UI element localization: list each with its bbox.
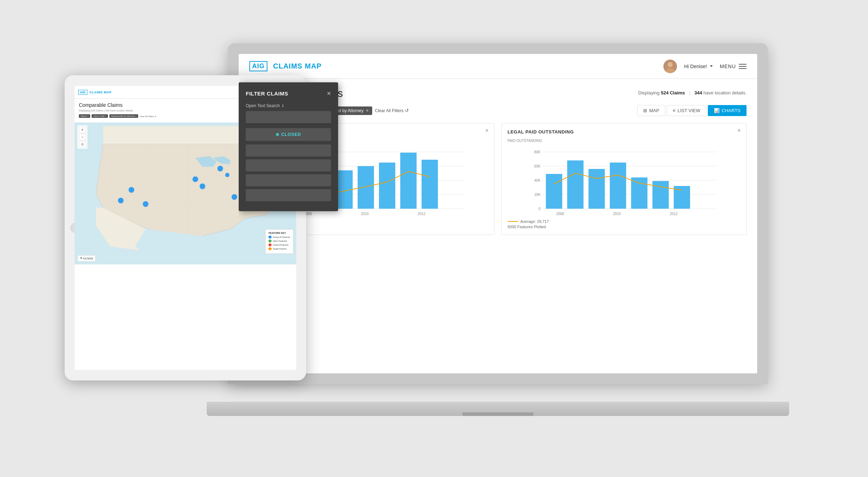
svg-point-54: [217, 166, 223, 171]
avg-line-indicator-2: [508, 221, 518, 222]
display-info: Displaying 524 Claims | 344 have locatio…: [638, 90, 747, 95]
tablet-claims-map-title: CLAIMS MAP: [89, 91, 112, 94]
filter-panel: FILTER CLAIMS × Open Text Search ℹ ⊕ CLO…: [239, 82, 338, 211]
svg-point-59: [129, 187, 134, 193]
location-text: have location details.: [704, 90, 747, 95]
group-features-label: Group of Features: [273, 236, 290, 238]
legal-y-label: PAID OUTSTANDING: [508, 139, 740, 143]
filter-icon: ⚗: [80, 257, 82, 260]
filter-tag-attorney-close[interactable]: ✕: [366, 109, 369, 113]
tablet-filter-button[interactable]: ⚗ FILTERS: [77, 255, 96, 262]
svg-text:0: 0: [538, 207, 541, 211]
aig-logo: AIG: [249, 61, 267, 71]
svg-point-56: [192, 176, 198, 182]
filter-panel-header: FILTER CLAIMS ×: [246, 89, 331, 98]
svg-rect-37: [631, 177, 647, 209]
filter-option-2[interactable]: [246, 159, 331, 171]
legal-chart-svg: 80K 60K 40K 20K 0: [508, 145, 740, 216]
tablet-filter-injury[interactable]: Injury Code ×: [92, 114, 108, 118]
menu-button[interactable]: MENU: [720, 64, 747, 69]
svg-text:2012: 2012: [670, 212, 678, 216]
svg-rect-17: [379, 163, 395, 209]
filter-option-3[interactable]: [246, 174, 331, 186]
hamburger-icon: [739, 64, 747, 69]
list-icon: ≡: [673, 108, 676, 113]
svg-rect-18: [400, 153, 417, 209]
laptop-bezel: AIG CLAIMS MAP Hi Denise!: [228, 43, 768, 384]
divider: |: [689, 90, 690, 95]
svg-rect-35: [588, 169, 605, 209]
svg-text:2012: 2012: [418, 212, 426, 216]
filter-option-4[interactable]: [246, 189, 331, 201]
open-features-label: Open Features: [273, 240, 287, 242]
laptop: AIG CLAIMS MAP Hi Denise!: [228, 43, 796, 416]
svg-rect-34: [567, 160, 584, 209]
svg-text:60K: 60K: [534, 164, 541, 168]
zoom-out-button[interactable]: −: [79, 134, 86, 140]
claims-map-title: CLAIMS MAP: [273, 62, 322, 70]
user-avatar[interactable]: [663, 60, 677, 73]
info-icon: ℹ: [282, 103, 284, 108]
tablet-clear-filters[interactable]: Clear All Filters ↺: [140, 115, 156, 117]
closed-features-label: Closed Features: [273, 244, 288, 246]
svg-text:20K: 20K: [534, 193, 541, 197]
header-right: Hi Denise! MENU: [663, 60, 747, 73]
header-left: AIG CLAIMS MAP: [249, 61, 322, 71]
user-chevron-icon: [710, 65, 713, 67]
svg-rect-36: [610, 163, 626, 209]
legal-chart-card: × LEGAL PAID OUTSTANDING PAID OUTSTANDIN…: [501, 123, 747, 235]
charts-icon: 📊: [714, 108, 720, 113]
feature-key-title: FEATURE KEY: [268, 232, 290, 234]
svg-point-1: [668, 62, 673, 67]
legal-avg-line: Average: 29,717: [508, 219, 740, 224]
claims-count: 524 Claims: [661, 90, 685, 95]
user-greeting[interactable]: Hi Denise!: [684, 64, 713, 69]
svg-point-58: [232, 194, 237, 200]
svg-rect-19: [422, 160, 438, 209]
view-buttons: ⊞ MAP ≡ LIST VIEW 📊 CHARTS: [637, 105, 747, 116]
charts-view-button[interactable]: 📊 CHARTS: [708, 105, 747, 116]
svg-point-61: [143, 201, 148, 207]
feature-key-target: Target Feature: [268, 247, 290, 250]
laptop-base: [207, 402, 789, 416]
svg-text:2010: 2010: [361, 212, 369, 216]
filter-text-input[interactable]: [246, 111, 331, 123]
legal-chart-close[interactable]: ×: [736, 127, 743, 134]
tablet-filter-attorney[interactable]: Represented by Attorney ×: [109, 114, 138, 118]
legal-avg-label: Average: 29,717: [520, 219, 549, 224]
feature-key-open: Open Features: [268, 240, 290, 242]
laptop-screen: AIG CLAIMS MAP Hi Denise!: [239, 54, 757, 373]
open-features-icon: [268, 239, 272, 243]
clear-filters-button[interactable]: Clear All Filters ↺: [375, 108, 409, 113]
tablet-aig-logo: AIG: [78, 90, 87, 95]
clear-filters-label: Clear All Filters: [375, 108, 404, 113]
filter-panel-close-button[interactable]: ×: [327, 89, 331, 98]
svg-text:2010: 2010: [613, 212, 621, 216]
svg-text:80K: 80K: [534, 150, 541, 154]
svg-text:40K: 40K: [534, 179, 541, 182]
group-features-icon: [268, 235, 272, 239]
filter-open-text-label: Open Text Search ℹ: [246, 103, 331, 108]
zoom-in-button[interactable]: +: [79, 127, 86, 133]
map-controls: + − ◎: [77, 125, 87, 149]
svg-rect-16: [358, 166, 374, 209]
filter-option-1[interactable]: [246, 144, 331, 157]
indemnity-chart-close[interactable]: ×: [483, 127, 490, 134]
legal-features-label: 5000 Features Plotted: [508, 225, 740, 229]
map-view-button[interactable]: ⊞ MAP: [637, 105, 665, 116]
map-locate-button[interactable]: ◎: [79, 141, 86, 147]
svg-rect-38: [652, 181, 669, 209]
svg-point-60: [118, 198, 124, 203]
svg-point-55: [225, 173, 229, 177]
list-view-button[interactable]: ≡ LIST VIEW: [667, 105, 706, 116]
scene: AIG CLAIMS MAP Hi Denise!: [43, 26, 825, 451]
tablet-filter-label: FILTERS: [83, 257, 93, 260]
closed-features-icon: [268, 243, 272, 247]
app-header: AIG CLAIMS MAP Hi Denise!: [239, 54, 757, 79]
svg-rect-33: [546, 174, 562, 209]
tablet-filter-status[interactable]: Status ×: [79, 114, 90, 118]
target-feature-icon: [268, 247, 272, 251]
filter-closed-button[interactable]: ⊕ CLOSED: [246, 128, 331, 141]
location-count: 344: [694, 90, 702, 95]
legal-chart-meta: Average: 29,717 5000 Features Plotted: [508, 219, 740, 229]
